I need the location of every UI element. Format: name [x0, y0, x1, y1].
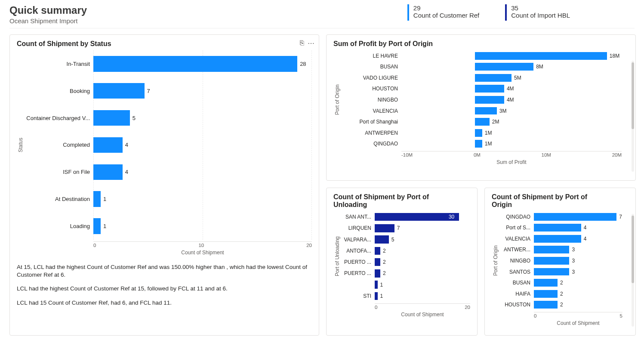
card-status-chart: Count of Shipment by Status ⎘ ⋯ Status I… [9, 34, 319, 336]
bar-value-label: 2 [558, 291, 563, 297]
y-axis-label: Port of Origin [333, 50, 341, 149]
bar[interactable] [375, 235, 389, 243]
category-label: QINGDAO [499, 211, 534, 222]
bar[interactable] [375, 269, 380, 277]
category-label: LIRQUEN [341, 222, 375, 234]
bar-value-label: 1 [378, 282, 383, 288]
bar-value-label: 1 [101, 223, 106, 229]
category-label: NINGBO [341, 94, 401, 105]
x-tick: 0 [375, 305, 377, 310]
category-label: SANTOS [499, 266, 534, 278]
bar[interactable] [475, 118, 490, 126]
chart-title: Sum of Profit by Port of Origin [333, 40, 584, 48]
x-tick: 20 [465, 305, 470, 310]
bar-value-label: 3 [569, 258, 575, 264]
bar-value-label: 3 [569, 269, 575, 275]
bar[interactable] [534, 301, 558, 309]
bar-value-label: 3 [569, 247, 575, 253]
bar[interactable] [375, 247, 380, 255]
category-label: HAIFA [499, 288, 534, 299]
kpi-accent-bar [505, 4, 507, 21]
bar-value-label: 30 [446, 214, 454, 220]
category-label: QINGDAO [341, 138, 401, 149]
bar[interactable] [475, 129, 482, 137]
category-label: HOUSTON [341, 83, 401, 95]
page-subtitle: Ocean Shipment Import [9, 17, 87, 25]
narrative-line: LCL had the highest Count of Customer Re… [17, 285, 312, 293]
bar-value-label: 1 [378, 293, 383, 299]
x-axis-label: Count of Shipment [93, 250, 312, 256]
kpi-value: 29 [413, 4, 479, 12]
bar-value-label: 2 [380, 248, 386, 254]
bar[interactable] [534, 224, 581, 232]
bar-value-label: 5 [130, 115, 136, 121]
card-count-origin: Count of Shipment by Port of Origin Port… [484, 188, 636, 336]
bar-value-label: 4 [123, 169, 128, 175]
scrollbar[interactable] [632, 61, 634, 172]
bar-value-label: 4 [123, 142, 128, 148]
bar[interactable] [475, 74, 512, 82]
bar[interactable] [93, 164, 123, 180]
copy-icon[interactable]: ⎘ [300, 39, 304, 47]
scrollbar[interactable] [632, 214, 634, 327]
bar[interactable] [475, 63, 534, 71]
category-label: STI [341, 290, 375, 302]
bar-value-label: 1 [101, 196, 106, 202]
bar-value-label: 1M [482, 130, 492, 136]
bar[interactable] [475, 96, 504, 104]
bar-value-label: 4 [581, 236, 587, 242]
page-title: Quick summary [9, 4, 87, 16]
narrative-line: LCL had 15 Count of Customer Ref, had 6,… [17, 299, 312, 307]
bar[interactable] [475, 85, 504, 93]
bar[interactable] [375, 224, 394, 232]
category-label: Loading [25, 213, 93, 240]
bar[interactable] [93, 83, 145, 99]
bar-value-label: 18M [607, 53, 619, 59]
category-label: ANTWER... [499, 244, 534, 256]
bar[interactable] [93, 191, 101, 207]
bar[interactable] [534, 235, 581, 243]
card-toolbar: ⎘ ⋯ [300, 39, 314, 47]
bar[interactable] [534, 213, 616, 221]
category-label: NINGBO [499, 255, 534, 266]
x-tick: 5 [620, 313, 622, 318]
bar-value-label: 2 [558, 280, 563, 286]
category-label: VALENCIA [499, 233, 534, 244]
bar[interactable] [475, 52, 607, 60]
bar-value-label: 2 [380, 259, 386, 265]
bar[interactable] [475, 140, 482, 148]
bar[interactable] [534, 246, 569, 253]
bar[interactable] [534, 279, 558, 287]
kpi-customer-ref: 29 Count of Customer Ref [407, 4, 479, 21]
bar[interactable] [375, 258, 380, 266]
bar-value-label: 7 [394, 225, 400, 231]
kpi-label: Count of Customer Ref [413, 12, 479, 19]
bar-value-label: 28 [297, 61, 306, 67]
chart-title: Count of Shipment by Status [17, 40, 268, 48]
category-label: Completed [25, 132, 93, 159]
bar-value-label: 7 [616, 214, 622, 220]
x-tick: 10M [542, 152, 551, 157]
category-label: Booking [25, 77, 93, 105]
bar[interactable] [93, 56, 297, 71]
category-label: PUERTO ... [341, 256, 375, 268]
bar[interactable] [93, 218, 101, 234]
category-label: At Destination [25, 185, 93, 213]
kpi-label: Count of Import HBL [511, 12, 570, 19]
bar-value-label: 2M [490, 119, 499, 125]
chart-title: Count of Shipment by Port of Origin [492, 193, 608, 209]
y-axis-label: Port of Unloading [333, 211, 341, 302]
bar[interactable] [93, 137, 123, 153]
x-tick: 0 [93, 243, 96, 248]
bar-value-label: 5M [512, 75, 521, 81]
bar[interactable] [534, 257, 569, 265]
bar[interactable] [475, 107, 497, 115]
x-tick: 20 [306, 243, 312, 248]
bar[interactable] [534, 268, 569, 276]
more-options-icon[interactable]: ⋯ [308, 39, 314, 47]
x-tick: 10 [198, 243, 204, 248]
kpi-accent-bar [407, 4, 409, 21]
bar[interactable] [534, 290, 558, 298]
bar[interactable] [93, 110, 130, 126]
category-label: VADO LIGURE [341, 72, 401, 83]
